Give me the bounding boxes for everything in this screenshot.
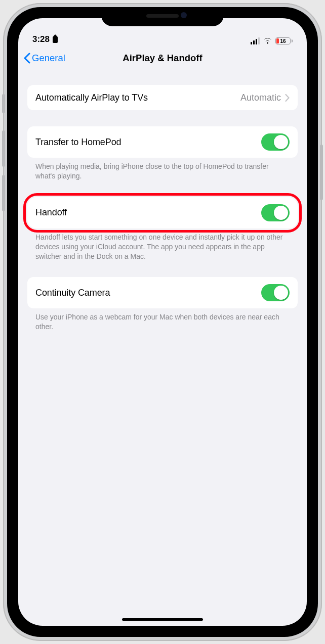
continuity-camera-toggle[interactable] — [261, 284, 290, 301]
handoff-highlight: Handoff — [26, 196, 299, 230]
screen: 3:28 16 General — [18, 18, 307, 626]
handoff-row: Handoff — [27, 197, 298, 228]
device-notch — [101, 7, 224, 26]
auto-airplay-row[interactable]: Automatically AirPlay to TVs Automatic — [27, 85, 298, 110]
chevron-right-icon — [285, 94, 290, 102]
wifi-icon — [263, 37, 272, 44]
navigation-bar: General AirPlay & Handoff — [18, 45, 307, 71]
page-title: AirPlay & Handoff — [18, 53, 307, 64]
silent-switch — [2, 94, 5, 113]
battery-percent: 16 — [276, 38, 290, 44]
continuity-camera-footer: Use your iPhone as a webcam for your Mac… — [27, 308, 298, 332]
phone-frame: 3:28 16 General — [3, 3, 322, 641]
status-time: 3:28 — [32, 34, 50, 44]
handoff-toggle[interactable] — [261, 204, 290, 221]
home-indicator[interactable] — [122, 618, 203, 621]
side-button — [320, 145, 323, 200]
location-indicator-icon — [53, 36, 58, 43]
handoff-footer: Handoff lets you start something on one … — [27, 228, 298, 261]
continuity-camera-row: Continuity Camera — [27, 277, 298, 308]
cellular-signal-icon — [251, 37, 260, 44]
cell-label: Transfer to HomePod — [35, 137, 121, 148]
cell-label: Automatically AirPlay to TVs — [35, 93, 148, 103]
cell-label: Handoff — [35, 207, 67, 218]
cell-label: Continuity Camera — [35, 288, 110, 298]
volume-down-button — [2, 175, 5, 211]
volume-up-button — [2, 130, 5, 167]
transfer-homepod-footer: When playing media, bring iPhone close t… — [27, 158, 298, 181]
transfer-homepod-row: Transfer to HomePod — [27, 126, 298, 158]
cell-value: Automatic — [240, 93, 281, 103]
transfer-homepod-toggle[interactable] — [261, 133, 290, 151]
battery-indicator: 16 — [275, 37, 293, 44]
